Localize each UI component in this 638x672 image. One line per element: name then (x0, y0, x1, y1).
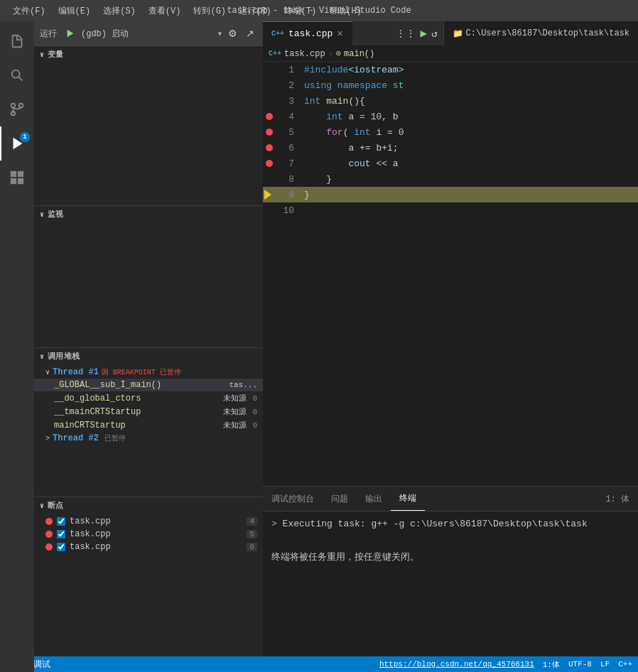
extensions-activity-icon[interactable] (0, 161, 34, 195)
line-3-text: int main(){ (298, 96, 365, 107)
panel-tab-terminal[interactable]: 终端 (391, 487, 425, 511)
breakpoint-checkbox-1[interactable] (57, 530, 65, 538)
menu-view[interactable]: 查看(V) (143, 4, 187, 18)
debug-action-restart-icon[interactable]: ↺ (431, 28, 437, 40)
menu-select[interactable]: 选择(S) (97, 4, 141, 18)
panel-tab-output[interactable]: 输出 (357, 487, 391, 511)
frame-2-func: __tmainCRTStartup (54, 407, 217, 417)
line-6-text: a += b+i; (298, 143, 399, 153)
breakpoints-title: 断点 (48, 500, 64, 511)
line-7-text: cout << a (298, 158, 399, 169)
debug-action-continue-icon[interactable]: ▶ (420, 26, 427, 40)
thread-2-item[interactable]: > Thread #2 已暂停 (34, 432, 263, 445)
variables-chevron: ∨ (40, 50, 45, 59)
breakpoints-content: task.cpp 4 task.cpp 5 task.cpp 6 (34, 514, 263, 555)
terminal-line-3 (271, 568, 629, 582)
status-language: C++ (618, 660, 632, 668)
debug-chevron: ▾ (217, 28, 222, 39)
call-stack-section: ∨ 调用堆栈 ∨ Thread #1 因 BREAKPOINT 已暂停 _GLO… (34, 348, 263, 497)
debug-action-grid-icon[interactable]: ⋮⋮ (396, 28, 416, 40)
breadcrumb-symbol[interactable]: main() (344, 49, 374, 59)
terminal-line-0: > Executing task: g++ -g c:\Users\86187\… (271, 517, 629, 531)
tab-task-cpp[interactable]: C++ task.cpp × (263, 21, 352, 45)
breakpoint-checkbox-2[interactable] (57, 543, 65, 551)
panel-tab-problems[interactable]: 问题 (323, 487, 357, 511)
breadcrumb: C++ task.cpp › ⊙ main() (263, 46, 638, 62)
terminal-line-1 (271, 534, 629, 548)
thread-1-item[interactable]: ∨ Thread #1 因 BREAKPOINT 已暂停 (34, 366, 263, 379)
gutter-2: 2 (263, 80, 298, 91)
activity-bar: 1 (0, 21, 34, 672)
breakpoint-filename-2: task.cpp (70, 542, 242, 552)
breadcrumb-file-icon: C++ (269, 50, 281, 58)
debug-settings-button[interactable]: ⚙ (225, 26, 240, 40)
debug-open-editor-button[interactable]: ↗ (243, 26, 257, 40)
line-9-text: } (298, 190, 310, 200)
breakpoint-item-1[interactable]: task.cpp 5 (34, 528, 263, 541)
title-bar: 文件(F) 编辑(E) 选择(S) 查看(V) 转到(G) 运行(R) 终端(T… (0, 0, 638, 21)
menu-edit[interactable]: 编辑(E) (53, 4, 97, 18)
debug-badge: 1 (20, 132, 30, 142)
breakpoint-checkbox-0[interactable] (57, 517, 65, 526)
source-control-activity-icon[interactable] (0, 92, 34, 126)
call-stack-header[interactable]: ∨ 调用堆栈 (34, 348, 263, 364)
exec-marker-9 (264, 190, 271, 200)
breakpoint-item-0[interactable]: task.cpp 4 (34, 515, 263, 528)
thread-1-status: 因 BREAKPOINT 已暂停 (102, 367, 181, 377)
gutter-3: 3 (263, 96, 298, 107)
watch-chevron: ∨ (40, 210, 45, 219)
svg-rect-8 (11, 178, 16, 184)
search-activity-icon[interactable] (0, 58, 34, 92)
stack-frame-3[interactable]: mainCRTStartup 未知源 0 (34, 418, 263, 432)
thread-1-name: Thread #1 (53, 367, 99, 377)
gutter-10: 10 (263, 205, 298, 216)
tab-close-button[interactable]: × (337, 29, 342, 39)
status-line-ending: LF (600, 660, 610, 668)
stack-frame-1[interactable]: __do_global_ctors 未知源 0 (34, 391, 263, 405)
debug-play-button[interactable] (63, 27, 78, 40)
stack-frame-2[interactable]: __tmainCRTStartup 未知源 0 (34, 405, 263, 418)
variables-content (34, 63, 263, 65)
watch-header[interactable]: ∨ 监视 (34, 206, 263, 222)
svg-rect-6 (11, 171, 16, 177)
stack-frame-0[interactable]: _GLOBAL__sub_I_main() tas... (34, 379, 263, 391)
breakpoint-marker-5 (266, 129, 273, 136)
code-editor[interactable]: 1 #include<iostream> 2 using namespace s… (263, 62, 638, 486)
svg-rect-7 (18, 171, 23, 177)
panel-tab-debug-console[interactable]: 调试控制台 (263, 487, 323, 511)
call-stack-content: ∨ Thread #1 因 BREAKPOINT 已暂停 _GLOBAL__su… (34, 364, 263, 446)
gutter-4: 4 (263, 112, 298, 122)
breakpoint-dot-2 (45, 543, 53, 551)
frame-2-line: 0 (252, 408, 257, 416)
window-title: task.cpp - task - Visual Studio Code (227, 6, 411, 16)
code-line-1: 1 #include<iostream> (263, 62, 638, 77)
breakpoint-line-1: 5 (247, 530, 257, 538)
svg-line-1 (18, 77, 22, 80)
breadcrumb-symbol-icon: ⊙ (336, 48, 341, 59)
frame-1-file: 未知源 (223, 393, 247, 403)
svg-point-3 (19, 104, 23, 108)
variables-section: ∨ 变量 (34, 46, 263, 206)
breadcrumb-file[interactable]: task.cpp (284, 49, 325, 59)
menu-goto[interactable]: 转到(G) (188, 4, 232, 18)
frame-3-file: 未知源 (223, 420, 247, 430)
variables-header[interactable]: ∨ 变量 (34, 46, 263, 63)
breakpoint-item-2[interactable]: task.cpp 6 (34, 541, 263, 553)
debug-activity-icon[interactable]: 1 (0, 126, 34, 161)
files-activity-icon[interactable] (0, 24, 34, 58)
call-stack-chevron: ∨ (40, 352, 45, 361)
gutter-1: 1 (263, 65, 298, 75)
watch-title: 监视 (48, 209, 64, 220)
variables-title: 变量 (48, 49, 64, 60)
menu-file[interactable]: 文件(F) (7, 4, 51, 18)
status-link[interactable]: https://blog.csdn.net/qq_45766131 (379, 660, 534, 668)
code-line-3: 3 int main(){ (263, 93, 638, 109)
thread-2-name: Thread #2 (53, 433, 99, 443)
breakpoints-header[interactable]: ∨ 断点 (34, 497, 263, 514)
gutter-6: 6 (263, 143, 298, 153)
line-5-text: for( int i = 0 (298, 127, 404, 138)
code-line-7: 7 cout << a (263, 156, 638, 171)
breakpoint-dot-1 (45, 531, 53, 538)
editor-area: C++ task.cpp × ⋮⋮ ▶ ↺ 📁 C:\Users\86187\D… (263, 21, 638, 656)
status-encoding: UTF-8 (568, 660, 592, 668)
